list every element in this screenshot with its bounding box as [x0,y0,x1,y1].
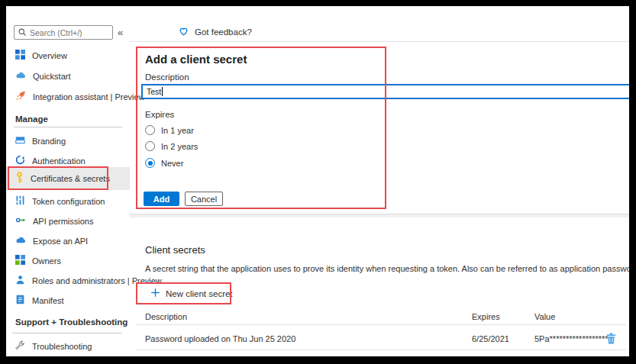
cell-description: Password uploaded on Thu Jun 25 2020 [145,334,295,343]
app-window: « Overview Quickstart Integration assist… [6,6,629,356]
sidebar-item-label: Troubleshooting [32,342,92,351]
add-button[interactable]: Add [144,192,179,206]
sidebar-item-label: Token configuration [32,197,105,206]
sidebar-item-quickstart[interactable]: Quickstart [6,68,130,85]
sidebar-item-token-configuration[interactable]: Token configuration [6,193,130,210]
table-row-divider [136,350,626,350]
sidebar-item-label: Branding [32,137,66,146]
troubleshooting-icon [15,340,25,353]
sidebar-item-branding[interactable]: Branding [6,133,130,150]
divider [14,127,122,127]
radio-label: Never [161,159,183,168]
sidebar-item-certificates-secrets[interactable]: Certificates & secrets [6,167,130,190]
sidebar-item-label: Roles and administrators | Preview [32,276,162,285]
sidebar-item-label: Overview [32,51,67,60]
radio-label: In 1 year [161,126,194,135]
cancel-button[interactable]: Cancel [185,192,223,206]
sidebar-item-label: Owners [32,256,61,266]
new-client-secret-button[interactable]: New client secret [145,288,233,299]
search-input[interactable] [30,28,106,37]
collapse-icon[interactable]: « [118,27,123,38]
got-feedback-label: Got feedback? [195,27,252,37]
sidebar-item-label: API permissions [33,217,93,226]
sidebar-item-expose-an-api[interactable]: Expose an API [6,233,130,250]
screenshot-frame: « Overview Quickstart Integration assist… [0,0,636,364]
radio-circle[interactable] [145,125,155,135]
description-label: Description [145,72,189,82]
sidebar-section-support: Support + Troubleshooting [15,317,128,327]
column-header-expires: Expires [472,312,500,321]
sidebar-item-label: Authentication [32,156,86,166]
owners-icon [15,254,25,268]
search-icon [18,26,27,40]
radio-in-2-years[interactable]: In 2 years [145,140,198,152]
heart-icon [178,26,189,38]
cell-value: 5Pa****************** [534,334,609,343]
description-input[interactable] [141,84,629,99]
sidebar-item-owners[interactable]: Owners [6,253,130,269]
sidebar-item-integration-assistant[interactable]: Integration assistant | Preview [6,89,130,105]
column-header-value: Value [534,312,555,321]
radio-circle[interactable] [145,141,155,151]
integration-assistant-icon [15,90,26,104]
overview-icon [15,49,25,63]
expires-label: Expires [145,110,174,119]
client-secrets-description: A secret string that the application use… [145,264,629,273]
sidebar-item-overview[interactable]: Overview [6,47,130,64]
got-feedback-link[interactable]: Got feedback? [173,26,252,38]
sidebar: « Overview Quickstart Integration assist… [6,6,130,356]
radio-in-1-year[interactable]: In 1 year [145,124,194,136]
radio-never[interactable]: Never [145,157,183,169]
sidebar-search[interactable] [14,25,113,40]
sidebar-item-roles-administrators[interactable]: Roles and administrators | Preview [6,272,130,289]
authentication-icon [15,154,25,168]
divider [130,41,629,42]
sidebar-item-api-permissions[interactable]: API permissions [6,213,130,230]
column-header-description: Description [145,312,187,321]
sidebar-item-label: Certificates & secrets [31,174,110,183]
radio-circle-selected[interactable] [145,158,155,168]
new-client-secret-label: New client secret [166,289,233,298]
sidebar-item-label: Integration assistant | Preview [33,92,145,101]
sidebar-item-manifest[interactable]: Manifest [6,292,130,309]
cell-expires: 6/25/2021 [472,334,509,343]
sidebar-section-manage: Manage [15,114,48,124]
manifest-icon [15,294,25,308]
client-secrets-title: Client secrets [145,244,205,256]
table-header-divider [136,324,626,325]
certificates-key-icon [15,172,24,186]
quickstart-icon [15,69,26,83]
plus-icon [150,288,160,299]
api-permissions-icon [15,214,26,228]
form-title: Add a client secret [145,53,247,66]
panel-bottom-divider [130,214,629,217]
divider [12,333,122,333]
expose-api-icon [15,234,26,248]
sidebar-item-label: Expose an API [33,237,88,246]
radio-label: In 2 years [161,142,198,151]
branding-icon [15,134,25,148]
sidebar-item-troubleshooting[interactable]: Troubleshooting [6,338,130,355]
roles-icon [15,274,25,288]
text-caret [162,87,163,96]
token-configuration-icon [15,195,25,208]
trash-icon[interactable] [606,333,616,347]
sidebar-item-label: Quickstart [33,72,71,81]
sidebar-item-label: Manifest [32,296,64,305]
